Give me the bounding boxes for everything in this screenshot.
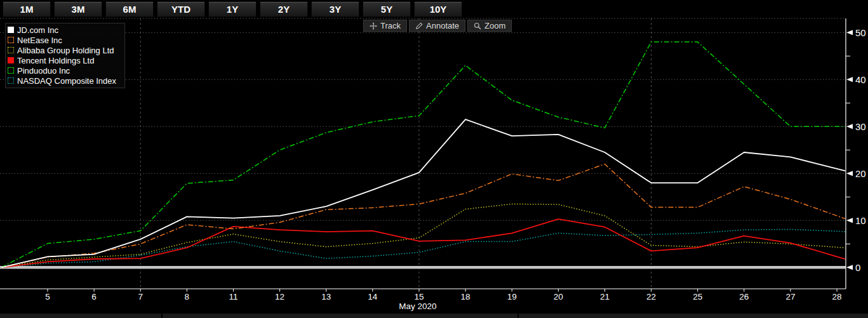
y-tick-label: 40 xyxy=(855,74,866,85)
legend-panel: JD.com IncNetEase IncAlibaba Group Holdi… xyxy=(5,23,125,88)
legend-item-label: NASDAQ Composite Index xyxy=(17,76,116,86)
y-tick-label: 30 xyxy=(855,121,866,132)
legend-item-label: NetEase Inc xyxy=(17,36,62,45)
strip-divider xyxy=(517,314,519,318)
x-axis-month-label: May 2020 xyxy=(399,301,436,311)
annotate-pencil-icon xyxy=(415,22,423,30)
x-tick-label: 6 xyxy=(91,292,97,301)
legend-item[interactable]: NASDAQ Composite Index xyxy=(8,76,122,86)
strip-divider xyxy=(161,314,163,318)
legend-swatch xyxy=(8,57,14,63)
y-tick-arrow xyxy=(846,171,853,176)
zoom-button[interactable]: Zoom xyxy=(467,20,512,32)
chart-toolbar: Track Annotate Zoom xyxy=(363,20,512,32)
x-tick-label: 13 xyxy=(321,292,331,301)
y-tick-arrow xyxy=(846,265,853,270)
legend-item-label: Tencent Holdings Ltd xyxy=(17,56,94,65)
x-tick-label: 21 xyxy=(600,292,610,301)
range-button-ytd[interactable]: YTD xyxy=(157,1,205,17)
x-tick-label: 22 xyxy=(646,292,656,301)
range-button-1y[interactable]: 1Y xyxy=(208,1,257,17)
x-tick-label: 15 xyxy=(414,292,424,301)
range-button-5y[interactable]: 5Y xyxy=(363,1,411,17)
y-tick-label: 50 xyxy=(855,27,866,38)
bottom-status-strip xyxy=(0,314,868,318)
legend-item-label: Alibaba Group Holding Ltd xyxy=(17,46,114,55)
series-line-alibaba-group-holding-ltd xyxy=(1,204,845,267)
x-tick-label: 8 xyxy=(185,292,190,301)
legend-item-label: Pinduoduo Inc xyxy=(17,66,70,76)
x-tick-label: 20 xyxy=(554,292,563,301)
zoom-magnifier-icon xyxy=(474,22,481,30)
series-line-netease-inc xyxy=(1,164,845,268)
legend-item[interactable]: Pinduoduo Inc xyxy=(8,65,122,76)
gridlines xyxy=(0,18,846,289)
legend-item[interactable]: NetEase Inc xyxy=(8,35,122,45)
annotate-button[interactable]: Annotate xyxy=(409,20,465,32)
legend-swatch xyxy=(8,67,14,74)
range-button-bar: 1M3M6MYTD1Y2Y3Y5Y10Y xyxy=(0,0,470,18)
range-button-3m[interactable]: 3M xyxy=(54,1,102,17)
x-tick-label: 27 xyxy=(785,292,795,301)
legend-swatch xyxy=(8,77,14,84)
track-button-label: Track xyxy=(380,21,401,30)
x-tick-label: 12 xyxy=(275,292,284,301)
chart-window: 56781112131415181920212225262728May 2020… xyxy=(0,0,868,318)
x-tick-label: 26 xyxy=(739,292,749,301)
legend-item[interactable]: Tencent Holdings Ltd xyxy=(8,55,122,65)
range-button-2y[interactable]: 2Y xyxy=(260,1,308,17)
annotate-button-label: Annotate xyxy=(426,21,459,30)
track-button[interactable]: Track xyxy=(363,20,407,32)
x-tick-label: 11 xyxy=(229,292,237,301)
y-tick-arrow xyxy=(846,124,853,129)
legend-item-label: JD.com Inc xyxy=(17,25,58,35)
x-tick-label: 19 xyxy=(507,292,517,301)
legend-swatch xyxy=(8,47,14,53)
track-crosshair-icon xyxy=(370,22,377,30)
legend-item[interactable]: Alibaba Group Holding Ltd xyxy=(8,45,122,55)
series-line-pinduoduo-inc xyxy=(1,42,845,267)
x-tick-label: 28 xyxy=(832,292,842,301)
x-tick-label: 18 xyxy=(461,292,471,301)
series-line-jd-com-inc xyxy=(1,119,845,267)
range-button-1m[interactable]: 1M xyxy=(3,1,51,17)
y-tick-label: 10 xyxy=(855,215,866,226)
legend-swatch xyxy=(8,27,14,33)
x-tick-label: 5 xyxy=(45,292,50,301)
y-tick-arrow xyxy=(846,218,853,223)
x-tick-label: 7 xyxy=(138,292,143,301)
range-button-3y[interactable]: 3Y xyxy=(311,1,359,17)
legend-swatch xyxy=(8,37,14,43)
y-tick-label: 20 xyxy=(855,168,866,179)
x-axis-ticks: 56781112131415181920212225262728May 2020 xyxy=(45,289,841,311)
axes xyxy=(0,18,846,289)
zoom-button-label: Zoom xyxy=(484,21,505,30)
y-tick-arrow xyxy=(846,77,853,82)
price-chart[interactable]: 56781112131415181920212225262728May 2020… xyxy=(0,0,868,318)
y-tick-label: 0 xyxy=(855,262,860,273)
x-tick-label: 14 xyxy=(368,292,378,301)
legend-item[interactable]: JD.com Inc xyxy=(8,25,122,35)
range-button-6m[interactable]: 6M xyxy=(105,1,154,17)
x-tick-label: 25 xyxy=(693,292,702,301)
range-button-10y[interactable]: 10Y xyxy=(414,1,462,17)
y-tick-arrow xyxy=(846,30,853,35)
y-axis-ticks: 01020304050 xyxy=(846,27,866,273)
